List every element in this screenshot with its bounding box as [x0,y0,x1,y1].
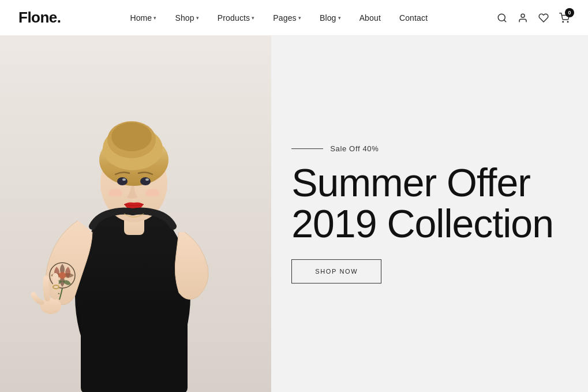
header: Flone. Home ▾ Shop ▾ Products ▾ Pages ▾ … [0,0,588,36]
nav-item-products[interactable]: Products ▾ [208,0,264,36]
svg-point-21 [59,272,66,279]
nav-about-label: About [359,13,381,23]
main-nav: Home ▾ Shop ▾ Products ▾ Pages ▾ Blog ▾ … [121,0,437,36]
hero-title-line2: 2019 Collection [291,203,553,244]
nav-item-pages[interactable]: Pages ▾ [264,0,310,36]
nav-item-contact[interactable]: Contact [390,0,437,36]
cart-wrapper[interactable]: 0 [559,13,570,23]
nav-item-home[interactable]: Home ▾ [121,0,166,36]
hero-section: Sale Off 40% Summer Offer 2019 Collectio… [0,36,588,392]
sale-tag: Sale Off 40% [291,144,379,153]
svg-point-3 [563,21,564,23]
hero-title-line1: Summer Offer [291,162,553,203]
nav-item-shop[interactable]: Shop ▾ [166,0,208,36]
nav-blog-label: Blog [320,13,336,23]
logo[interactable]: Flone. [18,9,61,27]
nav-contact-label: Contact [399,13,428,23]
nav-item-about[interactable]: About [350,0,390,36]
svg-point-4 [567,21,568,23]
svg-point-16 [122,178,126,181]
nav-home-chevron: ▾ [153,15,156,21]
svg-point-19 [145,189,159,197]
svg-line-1 [504,20,505,21]
nav-item-blog[interactable]: Blog ▾ [310,0,350,36]
svg-point-22 [40,298,61,314]
svg-point-15 [140,177,151,185]
nav-home-label: Home [130,13,152,23]
user-icon[interactable] [518,13,528,23]
nav-pages-chevron: ▾ [298,15,301,21]
nav-products-label: Products [218,13,250,23]
nav-products-chevron: ▾ [252,15,254,21]
svg-point-17 [145,178,149,181]
hero-image [0,36,271,392]
wishlist-icon[interactable] [538,13,549,23]
nav-pages-label: Pages [273,13,296,23]
hero-content: Sale Off 40% Summer Offer 2019 Collectio… [291,144,553,284]
svg-point-13 [111,122,152,151]
sale-line [291,148,323,149]
nav-shop-chevron: ▾ [196,15,199,21]
svg-point-14 [117,177,128,185]
cart-badge: 0 [565,8,574,17]
svg-rect-7 [81,301,188,392]
svg-point-18 [108,189,122,197]
header-icons: 0 [497,13,570,23]
search-icon[interactable] [497,13,507,23]
nav-blog-chevron: ▾ [338,15,341,21]
hero-title: Summer Offer 2019 Collection [291,162,553,245]
svg-point-2 [521,14,525,17]
shop-now-button[interactable]: SHOP NOW [291,259,381,283]
nav-shop-label: Shop [175,13,194,23]
sale-tag-text: Sale Off 40% [330,144,379,153]
